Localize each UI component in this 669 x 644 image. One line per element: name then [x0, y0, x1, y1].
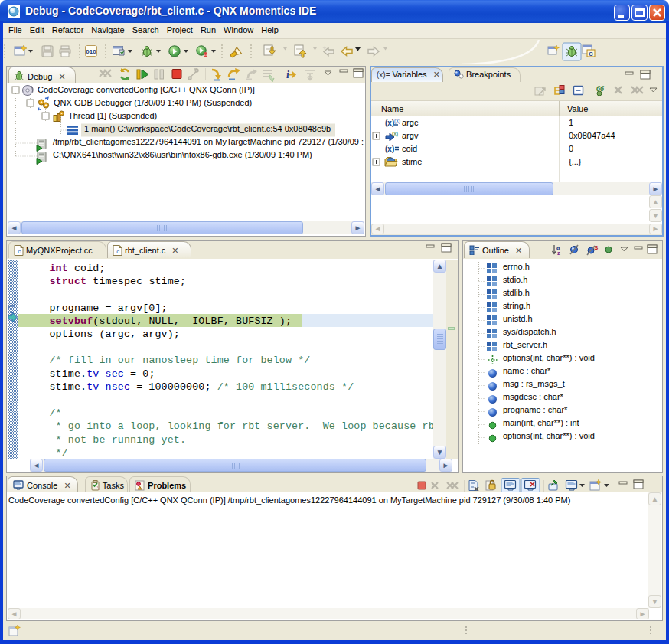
svg-text:C: C: [589, 51, 593, 57]
svg-text:(x): (x): [385, 145, 394, 153]
svg-text:(x): (x): [385, 119, 394, 127]
svg-text:(x): (x): [394, 118, 400, 124]
svg-text:.c: .c: [16, 248, 21, 255]
svg-text:i: i: [286, 69, 289, 80]
svg-text:S: S: [594, 244, 599, 251]
svg-text:010: 010: [86, 48, 96, 55]
svg-text:.c: .c: [115, 248, 119, 255]
svg-text:(x): (x): [392, 131, 398, 137]
svg-text:z: z: [557, 250, 560, 257]
